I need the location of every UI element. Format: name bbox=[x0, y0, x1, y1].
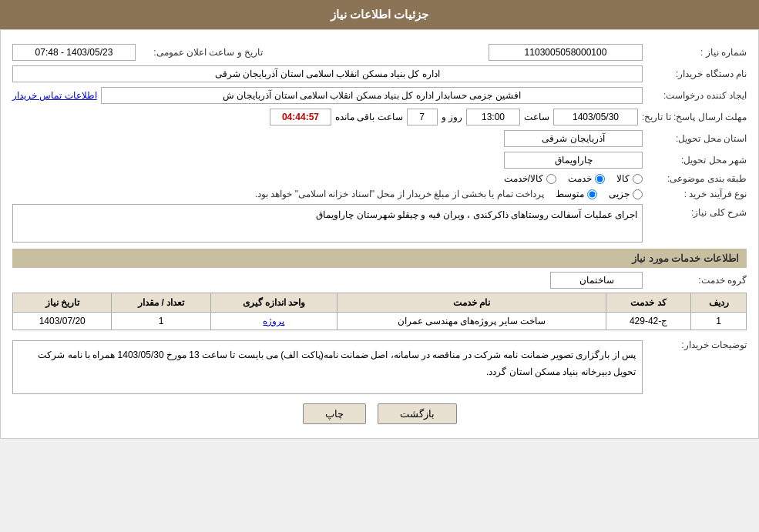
bazgasht-button[interactable]: بازگشت bbox=[378, 403, 457, 424]
group-service-value: ساختمان bbox=[550, 272, 643, 289]
noavand-jozii-label: جزیی bbox=[609, 189, 630, 199]
tarix-announced-value: 1403/05/23 - 07:48 bbox=[12, 44, 136, 61]
mohlat-roz: 7 bbox=[407, 109, 438, 125]
shomare-niaz-label: شماره نیاز : bbox=[646, 47, 747, 58]
tabaqe-kala-khedmat[interactable]: کالا/خدمت bbox=[504, 173, 556, 184]
group-service-label: گروه خدمت: bbox=[646, 275, 747, 286]
col-vahed: واحد اندازه گیری bbox=[210, 293, 337, 313]
tabaqe-kala-label: کالا bbox=[616, 173, 630, 184]
cell-kod: ج-42-429 bbox=[606, 313, 691, 330]
tabaqe-khedmat-label: خدمت bbox=[568, 173, 592, 184]
tawzihat-label: توضیحات خریدار: bbox=[646, 336, 747, 350]
ijad-konande-value: افشین جزمی حسابدار اداره کل بنیاد مسکن ا… bbox=[101, 87, 643, 104]
mohlat-date: 1403/05/30 bbox=[553, 109, 638, 125]
mohlat-saat-label: ساعت bbox=[524, 112, 549, 122]
tabaqe-kala[interactable]: کالا bbox=[616, 173, 643, 184]
noavand-motovaset-label: متوسط bbox=[556, 189, 584, 199]
noavand-motovaset[interactable]: متوسط bbox=[556, 189, 597, 199]
tabaqe-khedmat[interactable]: خدمت bbox=[568, 173, 605, 184]
contact-info-link[interactable]: اطلاعات تماس خریدار bbox=[12, 90, 97, 101]
nam-dastgah-value: اداره کل بنیاد مسکن انقلاب اسلامی استان … bbox=[12, 65, 643, 82]
services-table: ردیف کد خدمت نام خدمت واحد اندازه گیری ت… bbox=[12, 293, 747, 330]
nam-dastgah-label: نام دستگاه خریدار: bbox=[646, 69, 747, 79]
col-radif: ردیف bbox=[691, 293, 747, 313]
mohlat-saat: 13:00 bbox=[466, 109, 520, 125]
cell-radif: 1 bbox=[691, 313, 747, 330]
sharh-value: اجرای عملیات آسفالت روستاهای ذاکرکندی ، … bbox=[12, 204, 643, 243]
ostan-value: آذربایجان شرقی bbox=[504, 130, 643, 147]
ostan-label: استان محل تحویل: bbox=[646, 133, 747, 144]
tabaqe-radios: کالا خدمت کالا/خدمت bbox=[504, 173, 643, 184]
mohlat-baghimande-value: 04:44:57 bbox=[270, 109, 331, 125]
noavand-row: جزیی متوسط پرداخت تمام یا بخشی از مبلغ خ… bbox=[255, 189, 643, 199]
sharh-label: شرح کلی نیاز: bbox=[646, 204, 747, 218]
service-section-title: اطلاعات خدمات مورد نیاز bbox=[12, 249, 747, 268]
cell-tarix: 1403/07/20 bbox=[13, 313, 112, 330]
col-nam: نام خدمت bbox=[338, 293, 606, 313]
col-kod: کد خدمت bbox=[606, 293, 691, 313]
cell-nam: ساخت سایر پروژه‌های مهندسی عمران bbox=[338, 313, 606, 330]
shahr-label: شهر محل تحویل: bbox=[646, 155, 747, 166]
noavand-jozii[interactable]: جزیی bbox=[609, 189, 643, 199]
noavand-desc: پرداخت تمام یا بخشی از مبلغ خریدار از مح… bbox=[255, 189, 544, 199]
tarix-announced-label: تاریخ و ساعت اعلان عمومی: bbox=[139, 47, 263, 58]
noavand-label: نوع فرآیند خرید : bbox=[646, 189, 747, 199]
chap-button[interactable]: چاپ bbox=[303, 403, 366, 424]
mohlat-roz-label: روز و bbox=[442, 112, 462, 122]
tabaqe-kala-khedmat-label: کالا/خدمت bbox=[504, 173, 543, 184]
shahr-value: چاراویماق bbox=[504, 152, 643, 169]
tawzihat-value: پس از بارگزاری تصویر ضمانت نامه شرکت در … bbox=[12, 340, 643, 394]
col-tedad: تعداد / مقدار bbox=[112, 293, 210, 313]
mohlat-baghimande-label: ساعت باقی مانده bbox=[335, 112, 403, 122]
table-row: 1 ج-42-429 ساخت سایر پروژه‌های مهندسی عم… bbox=[13, 313, 747, 330]
mohlat-label: مهلت ارسال پاسخ: تا تاریخ: bbox=[642, 112, 747, 122]
cell-tedad: 1 bbox=[112, 313, 210, 330]
tabaqe-label: طبقه بندی موضوعی: bbox=[646, 173, 747, 184]
ijad-konande-label: ایجاد کننده درخواست: bbox=[646, 90, 747, 101]
shomare-niaz-value: 1103005058000100 bbox=[489, 44, 643, 61]
cell-vahed[interactable]: پروژه bbox=[210, 313, 337, 330]
page-header: جزئیات اطلاعات نیاز bbox=[0, 0, 759, 29]
col-tarix: تاریخ نیاز bbox=[13, 293, 112, 313]
page-title: جزئیات اطلاعات نیاز bbox=[331, 8, 428, 21]
